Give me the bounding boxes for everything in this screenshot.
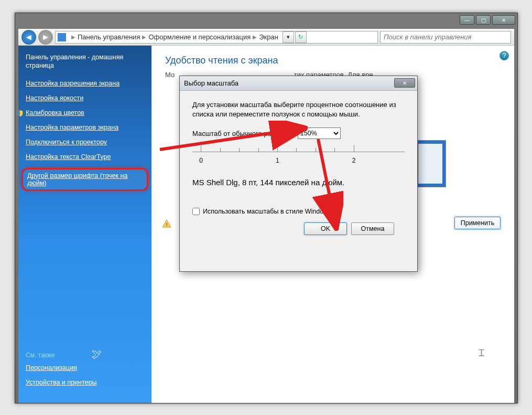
dialog-close-button[interactable]: ✕: [394, 78, 415, 88]
sidebar-link-projector[interactable]: Подключиться к проектору: [26, 139, 144, 146]
bird-icon: 🕊: [92, 348, 102, 360]
warning-icon: !: [162, 219, 171, 228]
navigation-bar: ◄ ► ▶ Панель управления ▶ Оформление и п…: [18, 29, 514, 46]
cancel-button[interactable]: Отмена: [351, 222, 394, 235]
preview-thumbnail: [415, 140, 446, 187]
address-bar[interactable]: ▶ Панель управления ▶ Оформление и персо…: [55, 31, 378, 44]
search-box[interactable]: [380, 31, 511, 44]
sidebar-link-personalization[interactable]: Персонализация: [26, 364, 144, 371]
page-title: Удобство чтения с экрана: [165, 55, 501, 66]
dialog-titlebar[interactable]: Выбор масштаба ✕: [180, 76, 417, 91]
ok-button[interactable]: OK: [304, 222, 347, 235]
address-dropdown[interactable]: ▾: [283, 31, 294, 43]
control-panel-icon: [58, 33, 66, 41]
sidebar-link-dpi[interactable]: Другой размер шрифта (точек на дюйм): [27, 172, 143, 187]
ruler-tick-1: 1: [276, 157, 279, 164]
sidebar-link-params[interactable]: Настройка параметров экрана: [26, 124, 144, 131]
dialog-title: Выбор масштаба: [184, 79, 238, 87]
sample-text: MS Shell Dlg, 8 пт, 144 пикселей на дюйм…: [192, 178, 405, 187]
sidebar-link-resolution[interactable]: Настройка разрешения экрана: [26, 80, 144, 87]
xp-scale-checkbox-row[interactable]: Использовать масштабы в стиле Windows XP: [192, 208, 405, 215]
minimize-button[interactable]: —: [460, 15, 474, 25]
sidebar: Панель управления - домашняя страница На…: [18, 46, 151, 403]
help-icon[interactable]: ?: [500, 51, 509, 60]
breadcrumb-cp[interactable]: Панель управления: [78, 33, 140, 41]
scale-label: Масштаб от обычного размера:: [192, 130, 292, 137]
close-button[interactable]: ✕: [492, 15, 515, 25]
ruler[interactable]: 0 1 2: [192, 145, 405, 172]
sidebar-link-cleartype[interactable]: Настройка текста ClearType: [26, 153, 144, 161]
breadcrumb-screen[interactable]: Экран: [259, 33, 278, 41]
sidebar-link-dpi-highlight: Другой размер шрифта (точек на дюйм): [21, 168, 148, 191]
scale-dropdown[interactable]: 150%: [298, 127, 341, 139]
ruler-tick-0: 0: [199, 157, 203, 164]
shield-icon: [16, 110, 24, 117]
back-button[interactable]: ◄: [21, 30, 36, 45]
scale-dialog: Выбор масштаба ✕ Для установки масштаба …: [179, 76, 418, 272]
maximize-button[interactable]: ▢: [476, 15, 491, 25]
text-cursor-icon: Ꮖ: [479, 348, 485, 359]
xp-scale-checkbox[interactable]: [192, 208, 200, 215]
xp-scale-label: Использовать масштабы в стиле Windows XP: [203, 208, 342, 215]
svg-text:!: !: [166, 221, 168, 227]
sidebar-link-brightness[interactable]: Настройка яркости: [26, 94, 144, 102]
see-also-label: См. также: [26, 352, 144, 359]
sidebar-home-link[interactable]: Панель управления - домашняя страница: [26, 53, 144, 70]
sidebar-link-devices[interactable]: Устройства и принтеры: [26, 379, 144, 386]
window-titlebar: — ▢ ✕: [15, 13, 517, 29]
dialog-intro: Для установки масштаба выберите процентн…: [192, 100, 405, 119]
apply-button[interactable]: Применить: [454, 217, 501, 229]
sidebar-link-calibration[interactable]: Калибровка цветов: [26, 109, 144, 116]
ruler-tick-2: 2: [352, 157, 356, 164]
breadcrumb-personalization[interactable]: Оформление и персонализация: [148, 33, 251, 41]
search-input[interactable]: [384, 33, 507, 41]
forward-button[interactable]: ►: [38, 30, 53, 45]
refresh-button[interactable]: ↻: [295, 31, 307, 43]
